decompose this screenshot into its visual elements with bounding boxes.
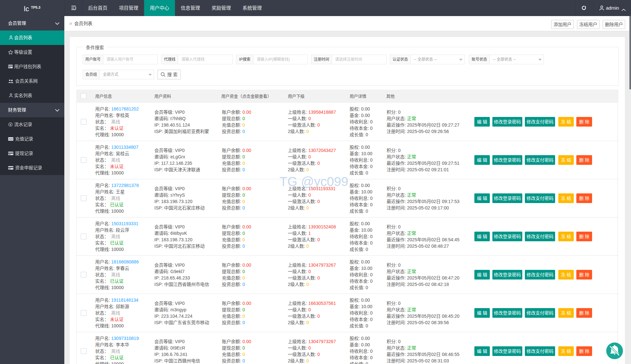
svg-text:PayPal: PayPal (9, 138, 13, 140)
